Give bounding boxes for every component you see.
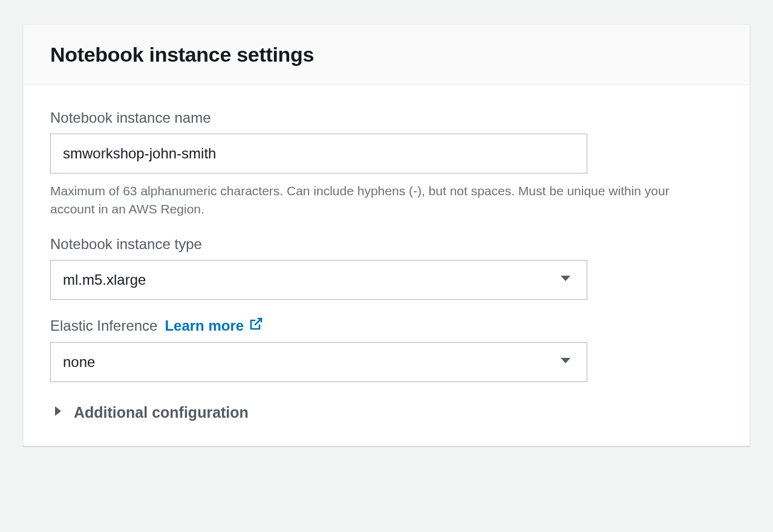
form-group-name: Notebook instance name Maximum of 63 alp… — [50, 109, 723, 219]
external-link-icon — [249, 317, 263, 335]
learn-more-text: Learn more — [165, 317, 244, 334]
form-group-type: Notebook instance type ml.m5.xlarge — [50, 236, 723, 300]
form-group-elastic-inference: Elastic Inference Learn more none — [50, 317, 723, 382]
caret-right-icon — [54, 405, 63, 420]
type-label: Notebook instance type — [50, 236, 723, 253]
elastic-inference-label-row: Elastic Inference Learn more — [50, 317, 723, 335]
name-help-text: Maximum of 63 alphanumeric characters. C… — [50, 182, 709, 219]
additional-configuration-expander[interactable]: Additional configuration — [50, 399, 723, 424]
learn-more-link[interactable]: Learn more — [165, 317, 263, 335]
elastic-inference-select[interactable]: none — [50, 342, 587, 382]
elastic-inference-select-value: none — [50, 342, 587, 382]
notebook-settings-panel: Notebook instance settings Notebook inst… — [23, 24, 750, 446]
additional-configuration-label: Additional configuration — [74, 404, 249, 421]
panel-header: Notebook instance settings — [24, 25, 749, 85]
type-select[interactable]: ml.m5.xlarge — [50, 260, 587, 300]
name-input[interactable] — [50, 134, 587, 174]
elastic-inference-label: Elastic Inference — [50, 317, 157, 334]
panel-title: Notebook instance settings — [50, 43, 723, 66]
type-select-value: ml.m5.xlarge — [50, 260, 587, 300]
name-label: Notebook instance name — [50, 109, 723, 126]
panel-body: Notebook instance name Maximum of 63 alp… — [24, 85, 749, 446]
